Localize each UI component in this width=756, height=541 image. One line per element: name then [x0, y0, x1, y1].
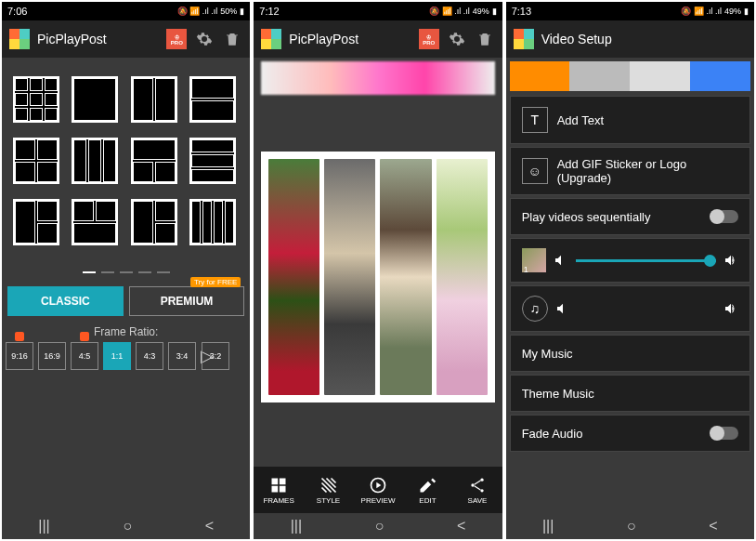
template-item[interactable] — [189, 138, 236, 184]
template-item[interactable] — [131, 199, 177, 245]
ratio-option[interactable]: 3:4 — [168, 342, 196, 370]
template-item[interactable] — [189, 76, 236, 123]
template-item[interactable] — [72, 138, 118, 184]
back-icon[interactable]: < — [205, 518, 214, 534]
app-title: PicPlayPost — [289, 32, 411, 46]
ratio-option[interactable]: 3:2 — [202, 342, 229, 370]
android-nav-bar: ||| ○ < — [2, 513, 250, 539]
instagram-icon — [15, 332, 24, 341]
app-bar: PicPlayPost ♔PRO — [254, 20, 502, 58]
add-text-row[interactable]: T Add Text — [510, 96, 750, 144]
pro-badge[interactable]: ♔PRO — [166, 29, 187, 49]
add-gif-row[interactable]: ☺ Add GIF Sticker or Logo (Upgrade) — [510, 147, 750, 195]
tab-premium[interactable]: PREMIUM — [129, 286, 245, 316]
home-icon[interactable]: ○ — [375, 518, 385, 534]
home-icon[interactable]: ○ — [123, 518, 132, 534]
ratio-option[interactable]: 16:9 — [38, 342, 66, 370]
template-item[interactable] — [131, 138, 177, 184]
save-button[interactable]: SAVE — [452, 467, 502, 513]
collage-slot[interactable] — [324, 159, 375, 395]
preview-button[interactable]: PREVIEW — [353, 467, 402, 513]
phone-screen-3: 7:13 🔕 📶 .ıl .ıl 49% ▮ Video Setup T Add… — [506, 2, 754, 539]
status-bar: 7:12 🔕 📶 .ıl .ıl 49% ▮ — [254, 2, 502, 20]
template-item[interactable] — [189, 199, 236, 245]
collage-canvas[interactable] — [261, 152, 494, 402]
volume-slider[interactable] — [576, 259, 716, 262]
collage-slot[interactable] — [268, 159, 319, 395]
template-item[interactable] — [13, 76, 59, 123]
preview-strip — [510, 61, 750, 91]
back-icon[interactable]: < — [709, 518, 717, 534]
home-icon[interactable]: ○ — [627, 518, 636, 534]
recents-icon[interactable]: ||| — [38, 518, 49, 534]
speaker-icon — [554, 253, 568, 268]
settings-list[interactable]: T Add Text ☺ Add GIF Sticker or Logo (Up… — [506, 58, 754, 513]
sticker-icon: ☺ — [522, 158, 548, 184]
tab-row: CLASSIC PREMIUM Try for FREE — [2, 286, 250, 316]
svg-point-2 — [471, 483, 474, 486]
status-bar: 7:06 🔕 📶 .ıl .ıl 50% ▮ — [2, 2, 250, 20]
settings-icon[interactable] — [194, 29, 215, 49]
ratio-row[interactable]: 9:16 16:9 4:5 1:1 4:3 3:4 ▷ 3:2 — [2, 342, 250, 377]
status-icons: 🔕 📶 .ıl .ıl 49% ▮ — [429, 7, 497, 16]
volume-row-2: ♫ — [510, 285, 750, 332]
bottom-toolbar: FRAMES STYLE PREVIEW EDIT SAVE — [254, 467, 502, 513]
app-logo-icon — [9, 29, 30, 49]
tab-classic[interactable]: CLASSIC — [7, 286, 124, 316]
toggle-switch[interactable] — [710, 210, 738, 223]
android-nav-bar: ||| ○ < — [506, 513, 754, 539]
ratio-option[interactable]: 1:1 — [103, 342, 131, 370]
instagram-icon — [80, 332, 89, 341]
status-icons: 🔕 📶 .ıl .ıl 49% ▮ — [681, 7, 749, 16]
speaker-loud-icon — [723, 301, 738, 316]
settings-icon[interactable] — [447, 29, 467, 49]
app-title: Video Setup — [541, 32, 747, 46]
speaker-icon — [555, 301, 570, 316]
style-button[interactable]: STYLE — [304, 467, 353, 513]
template-item[interactable] — [72, 199, 118, 245]
app-logo-icon — [261, 29, 281, 49]
status-time: 7:13 — [512, 6, 531, 17]
ratio-option[interactable]: 4:3 — [136, 342, 163, 370]
collage-slot[interactable] — [437, 159, 488, 395]
text-icon: T — [522, 107, 548, 133]
template-item[interactable] — [13, 199, 59, 245]
ad-banner[interactable] — [261, 61, 494, 95]
ratio-option[interactable]: 9:16 — [6, 342, 33, 370]
app-logo-icon — [514, 29, 534, 49]
app-title: PicPlayPost — [37, 32, 159, 46]
template-grid — [2, 58, 250, 264]
status-time: 7:06 — [7, 6, 27, 17]
svg-point-3 — [480, 489, 483, 492]
template-item[interactable] — [131, 76, 177, 123]
phone-screen-2: 7:12 🔕 📶 .ıl .ıl 49% ▮ PicPlayPost ♔PRO … — [254, 2, 502, 539]
app-bar: PicPlayPost ♔PRO — [2, 20, 250, 58]
back-icon[interactable]: < — [457, 518, 465, 534]
edit-button[interactable]: EDIT — [403, 467, 452, 513]
app-bar: Video Setup — [506, 20, 754, 58]
pro-badge[interactable]: ♔PRO — [419, 29, 439, 49]
recents-icon[interactable]: ||| — [542, 518, 554, 534]
toggle-switch[interactable] — [710, 427, 738, 440]
volume-row-1: 1 — [510, 238, 750, 283]
clip-thumbnail[interactable]: 1 — [522, 248, 546, 272]
ratio-option[interactable]: 4:5 — [71, 342, 98, 370]
speaker-loud-icon — [723, 253, 738, 268]
collage-slot[interactable] — [380, 159, 431, 395]
theme-music-row[interactable]: Theme Music — [510, 375, 750, 412]
play-sequentially-row[interactable]: Play videos sequentially — [510, 198, 750, 235]
ratio-label: Frame Ratio: — [2, 316, 250, 342]
frames-button[interactable]: FRAMES — [254, 467, 303, 513]
recents-icon[interactable]: ||| — [291, 518, 302, 534]
phone-screen-1: 7:06 🔕 📶 .ıl .ıl 50% ▮ PicPlayPost ♔PRO — [2, 2, 250, 539]
music-icon: ♫ — [522, 296, 548, 322]
android-nav-bar: ||| ○ < — [254, 513, 502, 539]
try-free-badge: Try for FREE — [190, 277, 241, 287]
my-music-row[interactable]: My Music — [510, 335, 750, 372]
fade-audio-row[interactable]: Fade Audio — [510, 415, 750, 452]
template-item[interactable] — [13, 138, 59, 184]
template-item[interactable] — [72, 76, 118, 123]
trash-icon[interactable] — [222, 29, 242, 49]
trash-icon[interactable] — [475, 29, 495, 49]
svg-point-1 — [480, 478, 483, 481]
